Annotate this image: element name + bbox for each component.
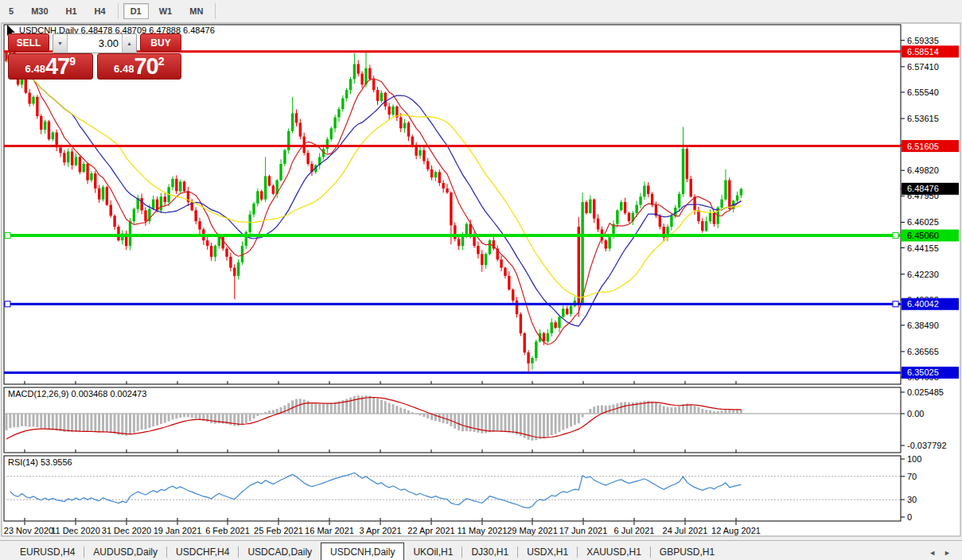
one-click-trading-panel: SELL ▼ ▲ BUY 6.48479 6.48702 (8, 33, 181, 80)
chart-tab-bar: EURUSD,H4AUDUSD,DailyUSDCHF,H4USDCAD,Dai… (0, 540, 962, 560)
sell-price-prefix: 6.48 (25, 60, 45, 78)
macd-axis-label: 0.025485 (907, 387, 944, 397)
sell-price-big: 47 (45, 55, 69, 78)
chart-tab-usdx-h1[interactable]: USDX,H1 (518, 544, 577, 560)
time-axis-label: 11 May 2021 (458, 526, 508, 535)
toolbar-separator (118, 3, 119, 19)
time-axis-label: 19 Jan 2021 (154, 526, 202, 535)
price-axis-label: 6.49820 (907, 165, 939, 175)
volume-input[interactable] (68, 34, 122, 52)
price-axis-label: 6.42230 (907, 270, 939, 279)
price-badge-6.48476: 6.48476 (901, 183, 959, 195)
line-handle[interactable] (5, 301, 10, 307)
rsi-axis-label: 100 (907, 454, 921, 464)
price-badge-label: 6.58514 (907, 47, 939, 56)
tab-scroll-controls: ◄ ► (929, 549, 962, 560)
price-badge-label: 6.51605 (907, 142, 939, 151)
buy-price-display[interactable]: 6.48702 (97, 53, 182, 80)
chart-window: 6.593356.574106.555406.536156.516906.498… (0, 22, 962, 540)
chart-tab-usdchf-h4[interactable]: USDCHF,H4 (167, 544, 238, 560)
chart-tab-gbpusd-h1[interactable]: GBPUSD,H1 (651, 544, 723, 560)
price-badge-6.35025: 6.35025 (901, 367, 959, 379)
chart-tab-usdcnh-daily[interactable]: USDCNH,Daily (321, 542, 404, 560)
rsi-pane (4, 456, 901, 521)
price-badge-6.58514: 6.58514 (901, 45, 959, 57)
timeframe-button-5[interactable]: 5 (2, 3, 21, 19)
time-axis-label: 6 Jul 2021 (614, 526, 655, 535)
price-axis-label: 6.57410 (907, 62, 939, 72)
price-axis-label: 6.44155 (907, 243, 939, 253)
price-badge-6.40042: 6.40042 (901, 298, 959, 310)
timeframe-button-w1[interactable]: W1 (152, 3, 180, 19)
rsi-axis-label: 30 (907, 495, 917, 504)
chart-tab-dj30-h1[interactable]: DJ30,H1 (462, 544, 517, 560)
sell-button[interactable]: SELL (8, 33, 49, 52)
sell-price-display[interactable]: 6.48479 (8, 53, 93, 80)
price-axis-label: 6.36565 (907, 347, 939, 356)
time-axis-label: 29 May 2021 (507, 526, 558, 535)
time-axis-label: 16 Mar 2021 (305, 526, 354, 535)
price-badge-label: 6.40042 (907, 299, 939, 309)
time-axis-label: 6 Feb 2021 (205, 526, 250, 535)
price-axis-label: 6.55540 (907, 88, 939, 97)
price-badge-6.45060: 6.45060 (901, 230, 959, 242)
buy-price-big: 70 (134, 55, 158, 78)
timeframe-button-m30[interactable]: M30 (24, 3, 55, 19)
chart-tab-ukoil-h1[interactable]: UKOil,H1 (404, 544, 462, 560)
volume-decrease-button[interactable]: ▼ (53, 34, 68, 52)
rsi-axis-label: 0 (907, 512, 912, 522)
sell-price-sup: 9 (69, 56, 76, 67)
chart-tab-audusd-daily[interactable]: AUDUSD,Daily (84, 544, 166, 560)
price-badge-label: 6.48476 (907, 184, 939, 193)
price-badge-6.51605: 6.51605 (901, 140, 959, 152)
timeframe-button-h1[interactable]: H1 (59, 3, 84, 19)
volume-increase-button[interactable]: ▲ (122, 34, 136, 52)
buy-button[interactable]: BUY (140, 33, 181, 52)
rsi-axis-label: 70 (907, 472, 917, 481)
price-axis-label: 6.38490 (907, 321, 939, 330)
price-axis-label: 6.46025 (907, 217, 939, 227)
line-handle[interactable] (893, 301, 898, 307)
macd-indicator-label: MACD(12,26,9) 0.003468 0.002473 (8, 389, 146, 399)
price-badge-label: 6.45060 (907, 231, 939, 240)
buy-price-sup: 2 (158, 56, 165, 67)
rsi-indicator-label: RSI(14) 53.9556 (8, 457, 72, 467)
price-axis-label: 6.53615 (907, 114, 939, 123)
time-axis-label: 17 Jun 2021 (559, 526, 608, 535)
tab-scroll-right-button[interactable]: ► (944, 549, 951, 557)
time-axis-label: 23 Nov 2020 (4, 526, 53, 535)
time-axis-label: 12 Aug 2021 (711, 526, 761, 535)
timeframe-button-mn[interactable]: MN (182, 3, 210, 19)
price-axis-label: 6.59335 (907, 36, 939, 45)
buy-price-prefix: 6.48 (114, 60, 134, 78)
price-badge-label: 6.35025 (907, 368, 939, 377)
time-axis-label: 31 Dec 2020 (102, 526, 151, 535)
line-handle[interactable] (5, 233, 10, 239)
volume-spinner: ▼ ▲ (53, 33, 137, 53)
macd-axis-label: 0.00 (907, 409, 924, 418)
chart-tab-eurusd-h4[interactable]: EURUSD,H4 (11, 544, 84, 560)
time-axis-label: 22 Apr 2021 (407, 526, 454, 535)
time-axis-label: 11 Dec 2020 (51, 526, 100, 535)
tab-scroll-left-button[interactable]: ◄ (929, 549, 936, 557)
timeframe-button-d1[interactable]: D1 (123, 3, 149, 19)
mt4-window: 5M30H1H4D1W1MN 6.593356.574106.555406.53… (0, 0, 962, 560)
toolbar-separator (215, 3, 216, 19)
chart-tab-usdcad-daily[interactable]: USDCAD,Daily (239, 544, 321, 560)
macd-axis-label: -0.037792 (907, 441, 947, 450)
timeframe-button-h4[interactable]: H4 (88, 3, 113, 19)
chart-tab-xauusd-h1[interactable]: XAUUSD,H1 (578, 544, 650, 560)
timeframe-toolbar: 5M30H1H4D1W1MN (0, 0, 962, 23)
time-axis-label: 25 Feb 2021 (254, 526, 303, 535)
time-axis-label: 24 Jul 2021 (663, 526, 708, 535)
line-handle[interactable] (893, 233, 898, 239)
time-axis-label: 3 Apr 2021 (359, 526, 401, 535)
chart-canvas[interactable]: 6.593356.574106.555406.536156.516906.498… (0, 22, 962, 540)
